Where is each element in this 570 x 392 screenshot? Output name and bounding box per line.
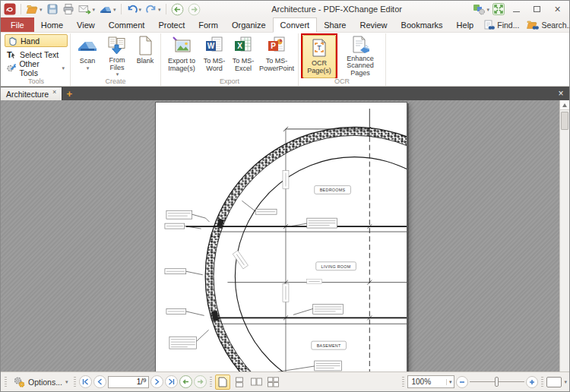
to-ms-word-button[interactable]: W To MS-Word [200,33,229,77]
ribbon-group-create: Scan ▾ From Files ▾ Blank Create [71,33,161,86]
two-page-continuous-layout-button[interactable] [265,375,280,390]
two-page-layout-button[interactable] [249,375,264,390]
room-label-living-room: LIVING ROOM [316,262,356,270]
tab-bookmarks[interactable]: Bookmarks [394,17,450,32]
dropdown-caret[interactable]: ▾ [65,379,68,384]
dropdown-caret[interactable]: ▾ [158,7,161,12]
group-label-tools: Tools [2,77,70,86]
last-page-button[interactable] [165,375,178,388]
zoom-level-select[interactable]: 100% ▾ [407,375,454,388]
hand-tool-button[interactable]: Hand [5,34,68,47]
print-button[interactable] [61,2,76,16]
scroll-up-button[interactable] [560,100,569,110]
tab-convert[interactable]: Convert [273,17,318,33]
tab-form[interactable]: Form [192,17,225,32]
tab-close-icon[interactable]: × [52,88,56,96]
scan-ribbon-button[interactable]: Scan ▾ [73,33,102,77]
search-button[interactable]: Search... [524,19,570,31]
to-ms-excel-button[interactable]: X To MS-Excel [229,33,258,77]
continuous-layout-button[interactable] [232,375,247,390]
tab-comment[interactable]: Comment [102,17,152,32]
close-button[interactable]: × [547,2,568,16]
history-back-button[interactable] [169,2,185,16]
fit-page-button[interactable] [546,377,562,387]
from-files-button[interactable]: From Files ▾ [102,33,132,77]
dropdown-caret[interactable]: ▾ [446,379,454,385]
open-file-button[interactable]: ▾ [24,2,44,16]
vertical-scrollbar[interactable] [559,100,569,371]
status-bar: Options... ▾ 1/9 100% ▾ ▾ [1,371,569,391]
new-tab-button[interactable]: + [62,87,76,100]
minimize-button[interactable] [506,2,527,16]
dropdown-caret[interactable]: ▾ [139,7,142,12]
group-label-create: Create [71,77,160,86]
slider-handle[interactable] [495,377,499,387]
dropdown-caret[interactable]: ▾ [62,65,65,71]
fullscreen-button[interactable] [491,2,506,16]
tab-protect[interactable]: Protect [151,17,192,32]
svg-text:T: T [7,50,12,59]
blank-document-button[interactable]: Blank [132,33,158,77]
dropdown-caret[interactable]: ▾ [486,7,489,12]
to-ms-powerpoint-button[interactable]: P To MS-PowerPoint [258,33,296,77]
previous-page-button[interactable] [93,375,106,388]
powerpoint-icon: P [266,35,287,56]
document-tab-architecture[interactable]: Architecture × [1,87,62,100]
dropdown-caret[interactable]: ▾ [116,71,119,77]
scanner-icon [77,35,98,56]
find-label: Find... [497,21,519,30]
dropdown-caret[interactable]: ▾ [564,379,567,384]
page-number-input[interactable]: 1/9 [108,376,149,388]
ocr-pages-button[interactable]: T OCR Page(s) [302,35,336,78]
find-button[interactable]: Find... [480,19,522,31]
pdf-page[interactable]: BEDROOMS LIVING ROOM BASEMENT [155,102,407,371]
dropdown-caret[interactable]: ▾ [87,65,90,71]
dropdown-caret[interactable]: ▾ [40,7,43,12]
other-tools-button[interactable]: Other Tools ▾ [5,62,68,74]
up-arrow-icon [562,103,567,107]
save-button[interactable] [45,2,60,16]
window-title: Architecture - PDF-XChange Editor [202,5,472,14]
zoom-out-button[interactable] [456,376,468,388]
tab-review[interactable]: Review [353,17,394,32]
tab-view[interactable]: View [70,17,102,32]
scrollbar-thumb[interactable] [561,112,568,130]
options-button[interactable]: Options... ▾ [10,375,71,389]
maximize-button[interactable] [527,2,547,16]
single-page-layout-button[interactable] [215,375,230,390]
tab-file[interactable]: File [1,17,34,32]
tab-help[interactable]: Help [450,17,481,32]
gears-icon [13,376,26,388]
history-forward-button[interactable] [186,2,202,16]
close-pane-icon[interactable]: × [553,87,569,100]
tab-share[interactable]: Share [317,17,353,32]
dropdown-caret[interactable]: ▾ [93,7,96,12]
svg-text:X: X [237,42,242,50]
next-page-button[interactable] [150,375,163,388]
view-back-button[interactable] [179,375,192,388]
enhance-scanned-pages-button[interactable]: Enhance Scanned Pages [337,33,383,77]
toolbar-grip [210,377,212,387]
scan-button[interactable]: ▾ [97,2,118,16]
zoom-slider[interactable] [470,375,524,388]
view-forward-button[interactable] [194,375,207,388]
email-button[interactable]: ▾ [77,2,97,16]
window-controls: ▾ × [471,2,568,16]
documents-icon [106,35,128,55]
redo-button[interactable]: ▾ [144,2,163,16]
export-to-images-button[interactable]: Export to Image(s) [163,33,200,77]
zoom-in-button[interactable] [526,376,538,388]
first-page-button[interactable] [79,375,92,388]
tab-home[interactable]: Home [34,17,70,32]
room-label-bedrooms: BEDROOMS [315,185,351,194]
document-canvas[interactable]: BEDROOMS LIVING ROOM BASEMENT [1,100,569,371]
ui-options-icon[interactable]: ▾ [471,2,491,16]
dropdown-caret[interactable]: ▾ [113,7,116,12]
undo-button[interactable]: ▾ [125,2,144,16]
svg-text:BASEMENT: BASEMENT [317,343,341,348]
search-label: Search... [541,21,570,30]
export-image-icon [171,35,192,56]
find-icon [483,20,495,30]
tab-organize[interactable]: Organize [225,17,273,32]
svg-text:P: P [271,42,276,50]
